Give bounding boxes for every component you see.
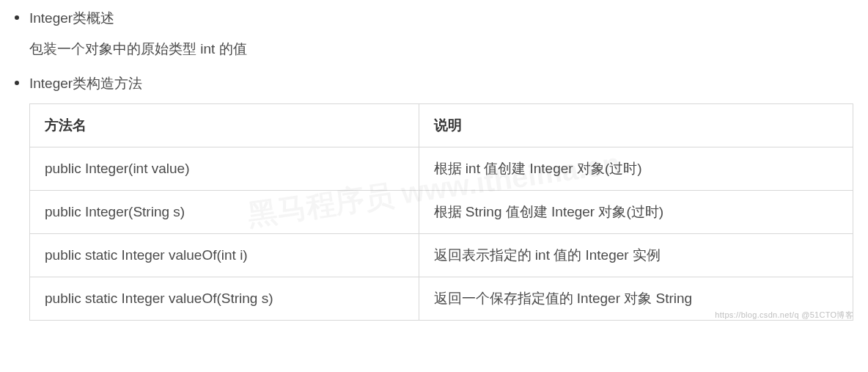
bullet-title: Integer类构造方法 <box>29 73 853 95</box>
method-name-cell: public Integer(int value) <box>30 147 419 191</box>
bottom-watermark: https://blog.csdn.net/q @51CTO博客 <box>715 310 853 321</box>
method-desc-cell: 返回表示指定的 int 值的 Integer 实例 <box>419 234 853 277</box>
list-item: Integer类构造方法 方法名 说明 public Integer(int v… <box>29 73 853 321</box>
method-desc-cell: 根据 int 值创建 Integer 对象(过时) <box>419 147 853 191</box>
bullet-desc: 包装一个对象中的原始类型 int 的值 <box>29 38 853 60</box>
method-name-cell: public Integer(String s) <box>30 191 419 234</box>
methods-table: 方法名 说明 public Integer(int value) 根据 int … <box>29 103 853 321</box>
table-header-row: 方法名 说明 <box>30 104 853 147</box>
bullet-title: Integer类概述 <box>29 7 853 29</box>
table-header-method: 方法名 <box>30 104 419 147</box>
content-list: Integer类概述 包装一个对象中的原始类型 int 的值 Integer类构… <box>15 7 853 321</box>
table-row: public static Integer valueOf(int i) 返回表… <box>30 234 853 277</box>
table-header-desc: 说明 <box>419 104 853 147</box>
method-name-cell: public static Integer valueOf(int i) <box>30 234 419 277</box>
method-desc-cell: 根据 String 值创建 Integer 对象(过时) <box>419 191 853 234</box>
table-row: public Integer(String s) 根据 String 值创建 I… <box>30 191 853 234</box>
method-name-cell: public static Integer valueOf(String s) <box>30 277 419 321</box>
table-row: public Integer(int value) 根据 int 值创建 Int… <box>30 147 853 191</box>
list-item: Integer类概述 包装一个对象中的原始类型 int 的值 <box>29 7 853 61</box>
